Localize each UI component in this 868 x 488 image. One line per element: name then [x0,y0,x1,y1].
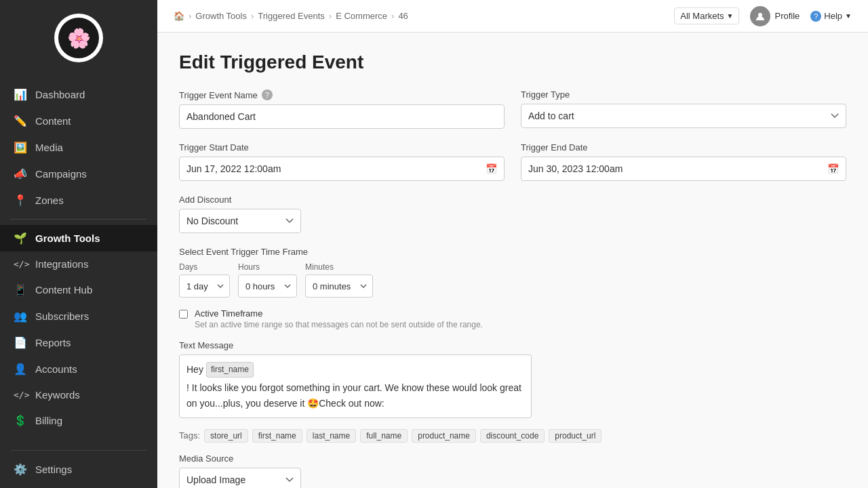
end-date-label: Trigger End Date [521,142,846,152]
end-date-input[interactable]: Jun 30, 2023 12:00am 📅 [521,157,846,181]
breadcrumb-ecommerce[interactable]: E Commerce [336,11,387,21]
sidebar-item-reports[interactable]: 📄 Reports [0,329,157,356]
sidebar-item-label: Media [35,142,63,153]
main-area: 🏠 › Growth Tools › Triggered Events › E … [157,0,868,488]
help-label: Help [824,11,842,21]
sidebar-item-label: Content Hub [35,284,92,296]
days-col: Days 1 day 2 days 3 days 7 days [179,262,230,298]
chevron-down-icon: ▼ [845,12,852,20]
sidebar-item-label: Dashboard [35,89,85,100]
message-preview[interactable]: Hey first_name ! It looks like you forgo… [179,354,532,418]
message-text-after: ! It looks like you forgot something in … [186,380,524,411]
sidebar-item-zones[interactable]: 📍 Zones [0,187,157,214]
logo-inner: 🌸 [58,18,99,58]
sidebar-item-label: Billing [35,415,62,426]
breadcrumb-growth-tools[interactable]: Growth Tools [195,11,247,21]
keywords-icon: </> [14,390,27,400]
sidebar-item-billing[interactable]: 💲 Billing [0,407,157,434]
timeframe-selects: Days 1 day 2 days 3 days 7 days Hours 0 … [179,262,846,298]
text-message-section: Text Message Hey first_name ! It looks l… [179,340,846,418]
tag-product-url[interactable]: product_url [549,429,601,443]
tag-full-name[interactable]: full_name [360,429,408,443]
minutes-label: Minutes [305,262,373,272]
trigger-name-input[interactable] [179,104,505,129]
help-button[interactable]: ? Help ▼ [810,11,852,22]
sidebar-item-content-hub[interactable]: 📱 Content Hub [0,277,157,303]
calendar-icon[interactable]: 📅 [486,163,497,174]
tags-row: Tags: store_url first_name last_name ful… [179,429,846,443]
start-date-value: Jun 17, 2022 12:00am [186,163,281,174]
breadcrumb-sep: › [251,11,254,21]
sidebar-item-label: Reports [35,337,71,348]
tag-discount-code[interactable]: discount_code [480,429,545,443]
hours-select[interactable]: 0 hours 1 hour 2 hours 6 hours 12 hours [238,274,297,298]
minutes-col: Minutes 0 minutes 15 minutes 30 minutes … [305,262,373,298]
hours-label: Hours [238,262,297,272]
sidebar-item-growth-tools[interactable]: 🌱 Growth Tools [0,225,157,251]
sidebar-item-keywords[interactable]: </> Keywords [0,382,157,407]
sidebar-item-accounts[interactable]: 👤 Accounts [0,356,157,382]
profile-button[interactable]: Profile [750,6,800,26]
row-trigger-info: Trigger Event Name ? Trigger Type Add to… [179,89,846,129]
trigger-type-select[interactable]: Add to cart Purchase View Product Checko… [521,104,846,128]
content-icon: ✏️ [14,115,27,127]
active-timeframe-checkbox[interactable] [179,310,188,319]
tag-last-name[interactable]: last_name [307,429,356,443]
breadcrumb-sep: › [189,11,191,21]
sidebar-item-dashboard[interactable]: 📊 Dashboard [0,81,157,108]
first-name-tag: first_name [206,362,254,378]
hours-col: Hours 0 hours 1 hour 2 hours 6 hours 12 … [238,262,297,298]
discount-label: Add Discount [179,195,846,205]
profile-label: Profile [774,11,800,21]
active-timeframe-row: Active Timeframe Set an active time rang… [179,308,846,329]
avatar [750,6,770,26]
sidebar-item-content[interactable]: ✏️ Content [0,108,157,134]
active-timeframe-sub-label: Set an active time range so that message… [195,320,483,329]
tag-first-name[interactable]: first_name [252,429,302,443]
start-date-input[interactable]: Jun 17, 2022 12:00am 📅 [179,157,505,181]
message-text-before: Hey [186,362,203,377]
sidebar-item-integrations[interactable]: </> Integrations [0,251,157,277]
billing-icon: 💲 [14,414,27,427]
row-dates: Trigger Start Date Jun 17, 2022 12:00am … [179,142,846,181]
discount-select[interactable]: No Discount 10% Off 20% Off Free Shippin… [179,209,301,233]
minutes-select[interactable]: 0 minutes 15 minutes 30 minutes 45 minut… [305,274,373,298]
end-date-value: Jun 30, 2023 12:00am [528,163,623,174]
market-selector[interactable]: All Markets ▼ [674,7,739,24]
sidebar-divider [11,219,146,220]
dashboard-icon: 📊 [14,88,27,101]
reports-icon: 📄 [14,336,27,349]
help-icon[interactable]: ? [262,89,273,100]
active-timeframe-text: Active Timeframe Set an active time rang… [195,308,483,329]
group-trigger-type: Trigger Type Add to cart Purchase View P… [521,89,846,129]
media-source-label: Media Source [179,453,301,464]
sidebar-item-settings[interactable]: ⚙️ Settings [0,456,157,483]
sidebar-item-subscribers[interactable]: 👥 Subscribers [0,303,157,329]
sidebar-bottom: ⚙️ Settings [0,439,157,488]
days-select[interactable]: 1 day 2 days 3 days 7 days [179,274,230,298]
page-title: Edit Triggered Event [179,52,846,73]
media-icon: 🖼️ [14,141,27,154]
tag-store-url[interactable]: store_url [204,429,248,443]
calendar-icon[interactable]: 📅 [827,163,839,174]
media-source-select[interactable]: Upload Image URL None [179,468,301,488]
group-end-date: Trigger End Date Jun 30, 2023 12:00am 📅 [521,142,846,181]
tag-product-name[interactable]: product_name [412,429,476,443]
logo-icon: 🌸 [67,27,91,49]
breadcrumb-home-icon[interactable]: 🏠 [174,11,184,21]
market-label: All Markets [680,11,724,21]
sidebar-item-label: Subscribers [35,310,89,322]
sidebar-item-campaigns[interactable]: 📣 Campaigns [0,161,157,187]
sidebar-item-label: Content [35,115,71,127]
campaigns-icon: 📣 [14,167,27,180]
content-hub-icon: 📱 [14,283,27,296]
sidebar-item-label: Settings [35,464,72,475]
group-discount: Add Discount No Discount 10% Off 20% Off… [179,195,846,233]
breadcrumb-triggered-events[interactable]: Triggered Events [258,11,325,21]
sidebar-item-media[interactable]: 🖼️ Media [0,134,157,161]
active-timeframe-main-label: Active Timeframe [195,308,483,319]
sidebar: 🌸 📊 Dashboard ✏️ Content 🖼️ Media 📣 Camp… [0,0,157,488]
trigger-name-label: Trigger Event Name ? [179,89,505,100]
subscribers-icon: 👥 [14,310,27,323]
logo-circle: 🌸 [54,14,103,62]
